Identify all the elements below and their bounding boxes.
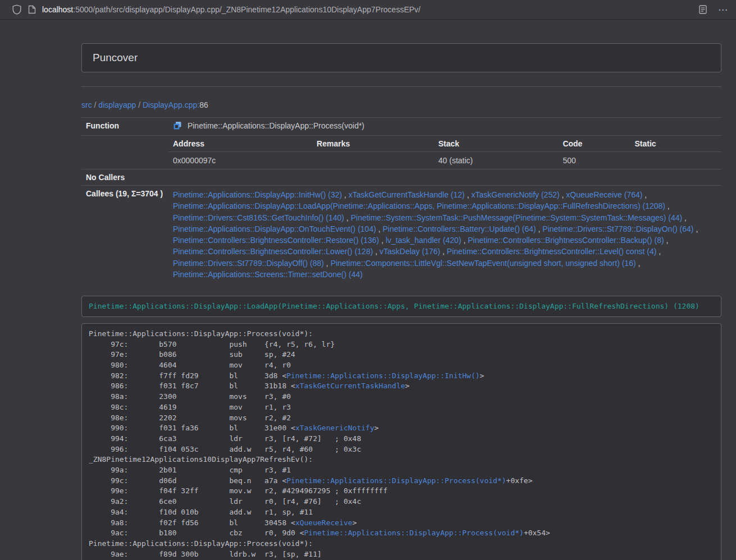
shield-icon[interactable] <box>12 4 21 15</box>
col-stack: Stack <box>434 136 559 152</box>
function-row: Function Pinetime::Applications::Display… <box>81 118 721 136</box>
callee-link[interactable]: xQueueReceive (764) <box>566 190 642 199</box>
col-static: Static <box>630 136 721 152</box>
callee-separator: , <box>461 236 468 245</box>
reader-view-icon[interactable] <box>699 5 707 14</box>
callee-link[interactable]: Pinetime::Components::LittleVgl::SetNewT… <box>331 259 636 268</box>
callee-link[interactable]: lv_task_handler (420) <box>386 236 461 245</box>
callee-link[interactable]: Pinetime::Applications::DisplayApp::Load… <box>173 201 665 210</box>
breadcrumb-separator: / <box>92 100 99 109</box>
callee-separator: , <box>376 224 383 233</box>
breadcrumb-link[interactable]: displayapp <box>98 100 136 109</box>
callee-separator: , <box>682 213 687 222</box>
value-static <box>630 152 721 169</box>
url-host: localhost <box>42 5 73 14</box>
callee-link[interactable]: Pinetime::Applications::DisplayApp::OnTo… <box>173 224 376 233</box>
callee-link[interactable]: Pinetime::Controllers::BrightnessControl… <box>173 236 379 245</box>
address-bar[interactable]: localhost:5000/path/src/displayapp/Displ… <box>28 5 692 14</box>
callee-separator: , <box>656 247 661 256</box>
callee-link[interactable]: xTaskGenericNotify (252) <box>471 190 559 199</box>
no-callers-row: No Callers <box>81 169 721 186</box>
page-icon[interactable] <box>28 5 36 14</box>
row-label-no-callers: No Callers <box>81 169 168 186</box>
asm-symbol-link[interactable]: Pinetime::Applications::DisplayApp::Proc… <box>304 529 524 537</box>
callee-separator: , <box>344 213 351 222</box>
col-code: Code <box>558 136 630 152</box>
callee-link[interactable]: vTaskDelay (176) <box>380 247 440 256</box>
stats-values-row: 0x0000097c 40 (static) 500 <box>168 152 721 169</box>
callee-separator: , <box>373 247 380 256</box>
app-header: Puncover <box>81 43 721 72</box>
breadcrumb-line-number: 86 <box>199 100 208 109</box>
callee-separator: , <box>694 224 698 233</box>
callee-separator: , <box>324 259 331 268</box>
col-address: Address <box>168 136 312 152</box>
breadcrumb-link[interactable]: DisplayApp.cpp: <box>143 100 199 109</box>
stats-table: Address Remarks Stack Code Static 0x0000… <box>168 136 721 169</box>
function-table: Function Pinetime::Applications::Display… <box>81 117 721 283</box>
stats-cell: Address Remarks Stack Code Static 0x0000… <box>168 136 721 169</box>
stats-header-row: Address Remarks Stack Code Static <box>168 136 721 152</box>
overflow-menu-icon[interactable]: ⋯ <box>718 5 728 15</box>
value-remarks <box>312 152 434 169</box>
row-label-function: Function <box>81 118 168 136</box>
callee-link[interactable]: Pinetime::Applications::Screens::Timer::… <box>173 270 363 279</box>
callees-row: Callees (19, Σ=3704 ) Pinetime::Applicat… <box>81 186 721 284</box>
callee-link[interactable]: Pinetime::Controllers::BrightnessControl… <box>468 236 664 245</box>
value-stack: 40 (static) <box>434 152 559 169</box>
browser-toolbar: localhost:5000/path/src/displayapp/Displ… <box>0 0 736 20</box>
asm-symbol-link[interactable]: Pinetime::Applications::DisplayApp::Init… <box>286 371 479 380</box>
callee-link[interactable]: Pinetime::System::SystemTask::PushMessag… <box>351 213 683 222</box>
url-text: localhost:5000/path/src/displayapp/Displ… <box>42 5 420 14</box>
asm-symbol-link[interactable]: xTaskGetCurrentTaskHandle <box>295 382 405 390</box>
toolbar-right: ⋯ <box>699 5 728 15</box>
callee-separator: , <box>440 247 447 256</box>
callee-link[interactable]: Pinetime::Controllers::BrightnessControl… <box>447 247 656 256</box>
value-address: 0x0000097c <box>168 152 312 169</box>
row-label-callees: Callees (19, Σ=3704 ) <box>81 186 168 284</box>
callee-link[interactable]: Pinetime::Controllers::Battery::Update()… <box>383 224 536 233</box>
page-container: Puncover src / displayapp / DisplayApp.c… <box>81 43 721 560</box>
callee-separator: , <box>536 224 543 233</box>
disassembly: Pinetime::Applications::DisplayApp::Proc… <box>89 329 714 560</box>
asm-symbol-link[interactable]: xTaskGenericNotify <box>295 424 374 432</box>
callee-separator: , <box>342 190 349 199</box>
callee-separator: , <box>379 236 386 245</box>
callee-separator: , <box>636 259 641 268</box>
function-name: Pinetime::Applications::DisplayApp::Proc… <box>188 121 364 130</box>
function-icon <box>173 121 182 132</box>
callee-link[interactable]: xTaskGetCurrentTaskHandle (12) <box>349 190 465 199</box>
highlighted-symbol: Pinetime::Applications::DisplayApp::Load… <box>81 296 721 317</box>
callee-link[interactable]: Pinetime::Controllers::BrightnessControl… <box>173 247 373 256</box>
callee-separator: , <box>665 201 670 210</box>
callee-link[interactable]: Pinetime::Drivers::Cst816S::GetTouchInfo… <box>173 213 344 222</box>
disassembly-box: Pinetime::Applications::DisplayApp::Proc… <box>81 323 721 560</box>
breadcrumb-separator: / <box>136 100 143 109</box>
function-name-cell: Pinetime::Applications::DisplayApp::Proc… <box>168 118 721 136</box>
col-remarks: Remarks <box>312 136 434 152</box>
no-callers-cell <box>168 169 721 186</box>
callee-link[interactable]: Pinetime::Drivers::St7789::DisplayOn() (… <box>542 224 693 233</box>
breadcrumb: src / displayapp / DisplayApp.cpp:86 <box>81 100 721 109</box>
asm-symbol-link[interactable]: xQueueReceive <box>295 518 353 527</box>
value-code: 500 <box>558 152 630 169</box>
callee-separator: , <box>664 236 669 245</box>
callee-link[interactable]: Pinetime::Applications::DisplayApp::Init… <box>173 190 342 199</box>
callees-cell: Pinetime::Applications::DisplayApp::Init… <box>168 186 721 284</box>
app-title[interactable]: Puncover <box>93 52 138 63</box>
callee-separator: , <box>642 190 647 199</box>
url-path: :5000/path/src/displayapp/DisplayApp.cpp… <box>73 5 420 14</box>
breadcrumb-link[interactable]: src <box>81 100 92 109</box>
row-label-empty <box>81 136 168 169</box>
stats-row: Address Remarks Stack Code Static 0x0000… <box>81 136 721 169</box>
divider <box>81 86 721 87</box>
callee-separator: , <box>560 190 566 199</box>
asm-symbol-link[interactable]: Pinetime::Applications::DisplayApp::Proc… <box>286 476 506 485</box>
callee-separator: , <box>465 190 472 199</box>
callee-link[interactable]: Pinetime::Drivers::St7789::DisplayOff() … <box>173 259 324 268</box>
